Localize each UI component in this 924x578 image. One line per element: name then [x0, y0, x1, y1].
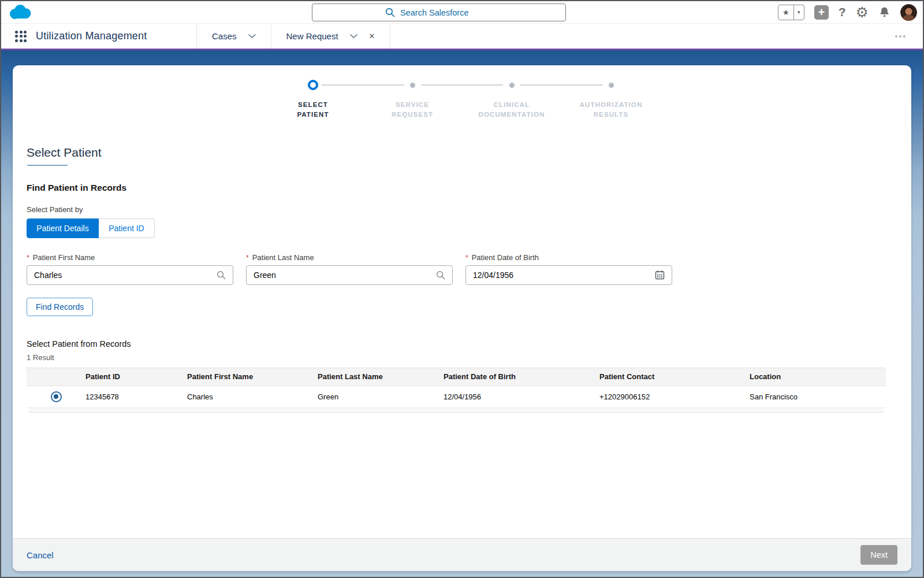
step-marker-active-icon	[308, 80, 318, 90]
cell-patient-id: 12345678	[85, 386, 187, 407]
global-search-input[interactable]	[400, 8, 493, 17]
column-header: Patient Last Name	[318, 368, 444, 386]
field-label: Patient Last Name	[252, 253, 314, 262]
tab-new-request-label: New Request	[286, 31, 338, 41]
salesforce-cloud-logo-icon[interactable]	[7, 3, 33, 24]
cell-last-name: Green	[318, 386, 444, 407]
global-search[interactable]	[312, 3, 566, 21]
new-request-card: SELECT PATIENT SERVICE REQUSEST CLINICAL…	[13, 65, 911, 571]
wizard-footer: Cancel Next	[13, 538, 911, 571]
toggle-patient-details[interactable]: Patient Details	[27, 218, 99, 238]
nav-divider	[390, 24, 390, 49]
calendar-icon[interactable]	[655, 270, 665, 280]
search-icon	[385, 8, 395, 17]
tab-cases[interactable]: Cases	[196, 24, 271, 49]
page-title: Select Patient	[27, 146, 102, 160]
required-marker: *	[27, 254, 29, 262]
step-marker-icon	[509, 83, 515, 88]
user-avatar[interactable]	[900, 4, 917, 21]
global-header: ★ ▾ + ? ⚙	[1, 1, 923, 23]
app-window: ★ ▾ + ? ⚙ Utilizati	[0, 0, 924, 578]
app-name: Utilization Management	[36, 30, 147, 42]
cell-contact: +12029006152	[599, 386, 750, 407]
cancel-button[interactable]: Cancel	[27, 550, 54, 560]
select-by-toggle: Patient Details Patient ID	[27, 218, 155, 238]
column-header: Patient ID	[85, 368, 187, 386]
required-marker: *	[465, 254, 468, 262]
last-name-input[interactable]	[254, 271, 436, 280]
cell-date-of-birth: 12/04/1956	[444, 386, 599, 407]
header-actions: ★ ▾ + ? ⚙	[778, 1, 917, 23]
tab-overflow-icon[interactable]	[895, 24, 906, 49]
search-icon[interactable]	[217, 271, 226, 280]
row-radio-selected[interactable]	[51, 391, 62, 402]
global-actions-plus-icon[interactable]: +	[814, 5, 829, 20]
app-launcher-waffle-icon[interactable]	[15, 31, 27, 42]
card-body: Select Patient Find Patient in Records S…	[13, 120, 911, 539]
first-name-input[interactable]	[34, 271, 217, 280]
field-label: Patient Date of Birth	[472, 253, 539, 262]
favorites-star-icon[interactable]: ★	[778, 5, 793, 20]
cell-location: San Francisco	[750, 386, 886, 407]
column-header: Patient First Name	[187, 368, 318, 386]
step-select-patient: SELECT PATIENT	[263, 80, 363, 120]
app-nav-bar: Utilization Management Cases New Request…	[1, 23, 923, 49]
help-icon[interactable]: ?	[839, 5, 846, 19]
step-label: CLINICAL DOCUMENTATION	[479, 100, 545, 120]
chevron-down-icon[interactable]	[350, 34, 357, 38]
column-header-select	[27, 368, 85, 386]
step-label: AUTHORIZATION RESULTS	[580, 100, 643, 120]
favorites-caret-icon[interactable]: ▾	[793, 5, 804, 20]
next-button[interactable]: Next	[860, 545, 897, 565]
step-label: SERVICE REQUSEST	[392, 100, 433, 120]
step-marker-icon	[410, 83, 415, 88]
search-icon[interactable]	[436, 271, 445, 280]
tab-new-request[interactable]: New Request ✕	[271, 24, 390, 49]
table-header-row: Patient ID Patient First Name Patient La…	[27, 368, 886, 386]
step-authorization-results: AUTHORIZATION RESULTS	[561, 80, 661, 120]
patient-results-table: Patient ID Patient First Name Patient La…	[27, 368, 886, 408]
find-records-button[interactable]: Find Records	[27, 298, 93, 316]
cell-first-name: Charles	[187, 386, 318, 407]
results-section-title: Select Patient from Records	[27, 339, 897, 349]
progress-stepper: SELECT PATIENT SERVICE REQUSEST CLINICAL…	[13, 80, 911, 120]
section-title: Find Patient in Records	[27, 183, 897, 193]
column-header: Location	[750, 368, 886, 386]
setup-gear-icon[interactable]: ⚙	[856, 5, 869, 20]
chevron-down-icon[interactable]	[248, 34, 256, 38]
search-fields-row: * Patient First Name *	[27, 253, 897, 285]
close-tab-icon[interactable]: ✕	[369, 32, 375, 40]
step-label: SELECT PATIENT	[297, 100, 329, 120]
toggle-patient-id[interactable]: Patient ID	[99, 218, 155, 238]
field-label: Patient First Name	[33, 253, 95, 262]
table-footer-strip	[29, 408, 884, 413]
field-last-name: * Patient Last Name	[246, 253, 453, 285]
page-background: SELECT PATIENT SERVICE REQUSEST CLINICAL…	[1, 50, 923, 577]
column-header: Patient Date of Birth	[444, 368, 599, 386]
field-first-name: * Patient First Name	[27, 253, 233, 285]
date-of-birth-input[interactable]	[473, 271, 655, 280]
notifications-bell-icon[interactable]	[878, 6, 891, 18]
table-row[interactable]: 12345678 Charles Green 12/04/1956 +12029…	[27, 386, 886, 407]
field-date-of-birth: * Patient Date of Birth	[465, 253, 672, 285]
step-clinical-documentation: CLINICAL DOCUMENTATION	[462, 80, 561, 120]
step-marker-icon	[609, 83, 614, 88]
step-service-request: SERVICE REQUSEST	[363, 80, 462, 120]
app-section: Utilization Management	[1, 24, 196, 49]
required-marker: *	[246, 254, 249, 262]
column-header: Patient Contact	[599, 368, 750, 386]
results-count: 1 Result	[27, 353, 897, 362]
select-patient-by-label: Select Patient by	[27, 205, 897, 214]
favorites-button-group: ★ ▾	[778, 5, 804, 20]
tab-cases-label: Cases	[212, 31, 237, 41]
